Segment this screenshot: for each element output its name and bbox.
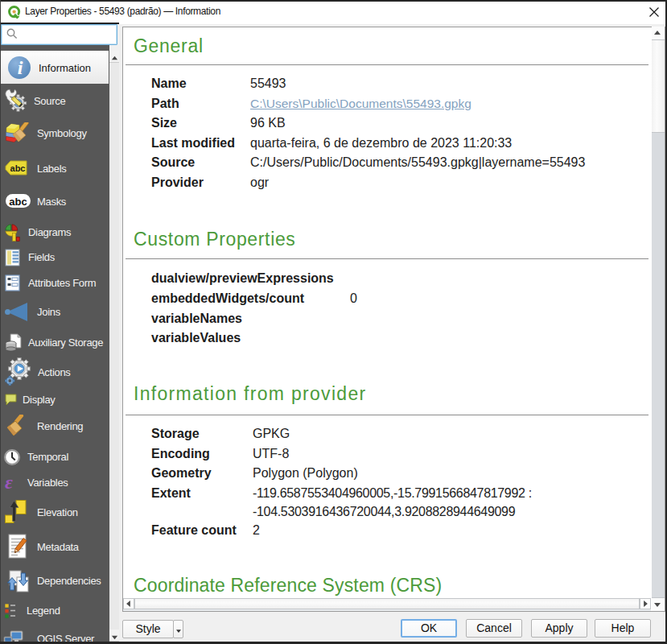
svg-text:i: i — [18, 57, 23, 78]
svg-text:abc: abc — [10, 163, 26, 173]
svg-text:abc: abc — [9, 196, 27, 208]
